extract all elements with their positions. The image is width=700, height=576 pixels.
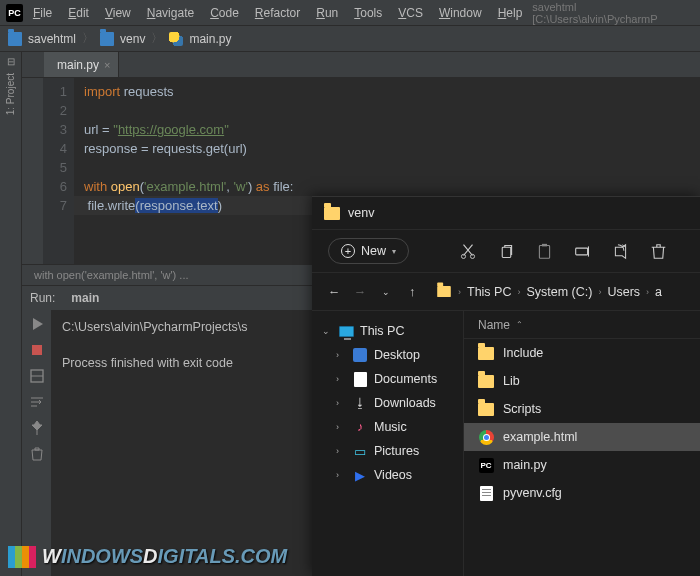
windows-flag-icon <box>8 546 36 568</box>
tree-music[interactable]: ›♪Music <box>330 415 459 439</box>
python-file-icon <box>169 32 183 46</box>
downloads-icon: ⭳ <box>352 395 368 411</box>
menu-tools[interactable]: Tools <box>348 4 388 22</box>
layout-icon[interactable] <box>29 368 45 384</box>
svg-rect-9 <box>539 245 549 258</box>
soft-wrap-icon[interactable] <box>29 394 45 410</box>
forward-icon[interactable]: → <box>352 284 368 300</box>
trash-icon[interactable] <box>29 446 45 462</box>
tree-downloads[interactable]: ›⭳Downloads <box>330 391 459 415</box>
folder-icon <box>8 32 22 46</box>
up-icon[interactable]: ↑ <box>404 284 420 300</box>
project-tool-tab[interactable]: 1: Project <box>3 67 18 121</box>
tree-documents[interactable]: ›Documents <box>330 367 459 391</box>
pictures-icon: ▭ <box>352 443 368 459</box>
list-item[interactable]: pyvenv.cfg <box>464 479 700 507</box>
rename-icon[interactable] <box>573 242 591 260</box>
config-file-icon <box>480 486 493 501</box>
menu-help[interactable]: Help <box>492 4 529 22</box>
documents-icon <box>354 372 367 387</box>
folder-icon <box>478 375 494 388</box>
menu-window[interactable]: Window <box>433 4 488 22</box>
svg-rect-10 <box>541 243 546 246</box>
tab-label: main.py <box>57 58 99 72</box>
file-explorer-window: venv + New ▾ ← → ⌄ ↑ › This PC› System (… <box>312 196 700 576</box>
share-icon[interactable] <box>611 242 629 260</box>
back-icon[interactable]: ← <box>326 284 342 300</box>
list-item[interactable]: Lib <box>464 367 700 395</box>
chevron-right-icon: 〉 <box>151 30 163 47</box>
explorer-nav: ← → ⌄ ↑ › This PC› System (C:)› Users› a <box>312 273 700 311</box>
structure-gutter <box>22 78 44 264</box>
this-pc-icon <box>339 326 354 337</box>
chevron-down-icon: ⌄ <box>322 326 332 336</box>
run-toolbar <box>22 310 52 576</box>
menu-run[interactable]: Run <box>310 4 344 22</box>
tree-pictures[interactable]: ›▭Pictures <box>330 439 459 463</box>
chevron-right-icon: 〉 <box>82 30 94 47</box>
column-header-name[interactable]: Name⌃ <box>464 311 700 339</box>
watermark: WINDOWSDIGITALS.COM <box>8 545 287 568</box>
run-config-name[interactable]: main <box>71 291 99 305</box>
videos-icon: ▶ <box>352 467 368 483</box>
sort-asc-icon: ⌃ <box>516 320 523 329</box>
desktop-icon <box>353 348 367 362</box>
new-button[interactable]: + New ▾ <box>328 238 409 264</box>
navigation-bar: savehtml 〉 venv 〉 main.py <box>0 26 700 52</box>
pin-icon[interactable] <box>29 420 45 436</box>
svg-rect-8 <box>502 247 511 257</box>
pycharm-logo-icon: PC <box>6 4 23 22</box>
tree-desktop[interactable]: ›Desktop <box>330 343 459 367</box>
plus-icon: + <box>341 244 355 258</box>
menu-edit[interactable]: Edit <box>62 4 95 22</box>
music-icon: ♪ <box>352 419 368 435</box>
crumb-venv[interactable]: venv <box>120 32 145 46</box>
menubar: PC File Edit View Navigate Code Refactor… <box>0 0 700 26</box>
line-number-gutter: 1234567 <box>44 78 74 264</box>
delete-icon[interactable] <box>649 242 667 260</box>
tab-main-py[interactable]: main.py × <box>44 52 119 77</box>
cut-icon[interactable] <box>459 242 477 260</box>
tree-videos[interactable]: ›▶Videos <box>330 463 459 487</box>
collapse-icon[interactable]: ⊟ <box>7 56 15 67</box>
list-item[interactable]: PCmain.py <box>464 451 700 479</box>
folder-icon <box>478 347 494 360</box>
menu-vcs[interactable]: VCS <box>392 4 429 22</box>
paste-icon[interactable] <box>535 242 553 260</box>
list-item[interactable]: Scripts <box>464 395 700 423</box>
menu-navigate[interactable]: Navigate <box>141 4 200 22</box>
recent-icon[interactable]: ⌄ <box>378 284 394 300</box>
menu-view[interactable]: View <box>99 4 137 22</box>
stop-icon[interactable] <box>29 342 45 358</box>
rerun-icon[interactable] <box>29 316 45 332</box>
folder-icon <box>100 32 114 46</box>
editor-tabs: main.py × <box>22 52 700 78</box>
svg-rect-11 <box>575 248 587 255</box>
chrome-icon <box>479 430 494 445</box>
tree-this-pc[interactable]: ⌄ This PC <box>316 319 459 343</box>
svg-rect-3 <box>32 345 42 355</box>
file-list: Name⌃ Include Lib Scripts example.html P… <box>464 311 700 576</box>
copy-icon[interactable] <box>497 242 515 260</box>
chevron-down-icon: ▾ <box>392 247 396 256</box>
list-item[interactable]: Include <box>464 339 700 367</box>
run-title: Run: <box>30 291 55 305</box>
menu-code[interactable]: Code <box>204 4 245 22</box>
folder-icon <box>478 403 494 416</box>
crumb-file[interactable]: main.py <box>189 32 231 46</box>
tool-window-bar-left: ⊟ 1: Project <box>0 52 22 576</box>
list-item-selected[interactable]: example.html <box>464 423 700 451</box>
project-path-hint: savehtml [C:\Users\alvin\PycharmP <box>532 1 694 25</box>
close-tab-icon[interactable]: × <box>104 59 110 71</box>
pycharm-file-icon: PC <box>479 458 494 473</box>
address-bar[interactable]: › This PC› System (C:)› Users› a <box>436 285 662 299</box>
folder-icon <box>437 286 451 297</box>
explorer-toolbar: + New ▾ <box>312 229 700 273</box>
navigation-pane: ⌄ This PC ›Desktop ›Documents ›⭳Download… <box>312 311 464 576</box>
menu-refactor[interactable]: Refactor <box>249 4 306 22</box>
crumb-project[interactable]: savehtml <box>28 32 76 46</box>
menu-file[interactable]: File <box>27 4 58 22</box>
